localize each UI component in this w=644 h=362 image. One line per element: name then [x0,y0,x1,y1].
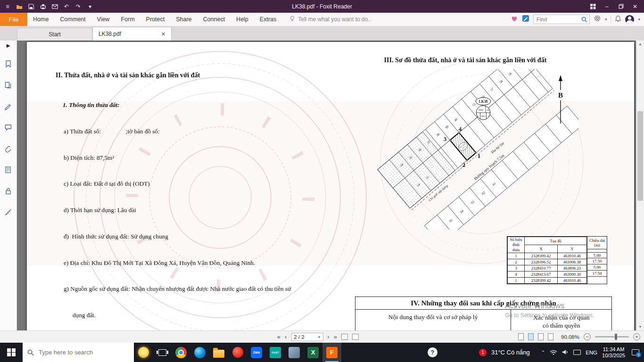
taskbar-app-misa[interactable] [285,343,304,362]
taskbar-app-file-explorer[interactable] [209,343,228,362]
tab-start[interactable]: Start [17,28,92,41]
find-box[interactable] [533,15,590,24]
weather-status[interactable]: 31°C Có nắng [491,349,530,356]
previous-page-button[interactable]: ‹ [285,333,287,340]
facing-view-icon[interactable] [538,333,544,340]
zoom-out-button[interactable]: − [584,333,591,340]
zoom-slider-thumb[interactable] [615,334,617,340]
doc-line: d) Thời hạn sử dụng: Lâu dài [56,206,343,215]
typewriter-tool-icon[interactable] [522,15,529,24]
taskbar-app-excel[interactable]: X [304,343,322,362]
app-menu-icon[interactable]: ≡ [4,3,11,10]
mail-icon[interactable] [51,3,58,10]
vertical-scrollbar[interactable]: ▲ ▼ [636,41,644,330]
close-tab-icon[interactable]: ✕ [161,31,165,37]
zoom-level[interactable]: 90.08% [558,334,579,340]
tab-comment[interactable]: Comment [54,13,91,26]
close-icon[interactable]: ✕ [628,1,642,12]
weather-widget-button[interactable] [134,343,153,362]
taskbar-app-red-browser[interactable] [228,343,247,362]
section-ii-heading: II. Thửa đất, nhà ở và tài sản khác gắn … [56,71,343,80]
taskbar-app-foxit[interactable]: F [322,343,341,362]
comments-icon[interactable] [4,123,13,132]
single-page-view-icon[interactable] [518,333,524,340]
show-hidden-icons-button[interactable]: ⌃ [541,350,545,355]
tab-file[interactable]: File [0,13,27,26]
clock[interactable]: 11:34 AM 10/3/2025 [602,346,625,359]
help-icon[interactable]: ? [428,347,438,357]
open-folder-icon[interactable] [16,3,23,10]
tell-me-box[interactable]: Tell me what you want to do.. [289,13,371,26]
tab-help[interactable]: Help [231,13,254,26]
clipboard-icon[interactable] [352,334,359,340]
find-input[interactable] [536,16,580,23]
measure-icon[interactable] [4,208,13,216]
tab-home[interactable]: Home [27,13,54,26]
print-icon[interactable] [39,3,47,10]
tab-share[interactable]: Share [170,13,197,26]
redo-icon[interactable]: ↷ [74,3,82,10]
restore-icon[interactable] [614,1,628,12]
customize-quick-access-caret-icon[interactable]: ▾ [86,3,94,10]
network-icon[interactable] [550,348,557,357]
scroll-down-icon[interactable]: ▼ [636,323,644,330]
taskbar-search-input[interactable] [38,348,118,356]
doc-line: g) Nguồn gốc sử dụng đất: Nhận chuyển nh… [56,285,343,294]
zoom-slider[interactable] [595,336,629,337]
document-canvas[interactable]: II. Thửa đất, nhà ở và tài sản khác gắn … [17,41,636,330]
taskbar-app-browser[interactable] [190,343,209,362]
next-page-button[interactable]: › [327,333,329,340]
fast-icon: FAST [270,347,281,358]
attachments-icon[interactable] [4,144,13,153]
last-page-button[interactable]: » [334,333,337,340]
settings-caret-icon[interactable]: ▾ [605,17,607,22]
account-caret-icon[interactable]: ▾ [638,17,640,22]
notes-icon[interactable] [4,165,13,174]
undo-icon[interactable]: ↶ [63,3,70,10]
excel-icon: X [307,347,319,358]
first-page-button[interactable]: « [277,333,281,340]
chrome-icon [175,347,187,358]
zoom-in-button[interactable]: + [633,333,640,340]
bell-icon[interactable] [615,15,621,24]
page-number-box[interactable]: 2 / 2 ▾ [291,333,323,341]
heart-icon[interactable] [511,15,518,24]
tab-view[interactable]: View [91,13,116,26]
taskbar-search[interactable] [23,343,134,362]
user-avatar[interactable] [625,15,634,24]
volume-icon[interactable] [562,348,569,357]
action-center-button[interactable]: 6 [630,348,641,357]
tab-protect[interactable]: Protect [140,13,171,26]
page-thumbnails-icon[interactable] [4,81,13,89]
expand-panel-icon[interactable]: ▶ [7,43,10,48]
start-button[interactable] [0,343,23,362]
page-caret-icon[interactable]: ▾ [318,335,321,339]
taskbar-app-zalo[interactable]: Zalo [247,343,266,362]
save-icon[interactable] [27,3,35,10]
minimize-icon[interactable]: – [600,1,614,12]
tab-form[interactable]: Form [115,13,140,26]
windows-taskbar: Zalo FAST X F ? 1 31°C Có nắng ⌃ ENG 11:… [0,343,644,362]
signature-icon[interactable] [4,102,13,110]
tab-connect[interactable]: Connect [198,13,231,26]
table-row: 12328399.42463910.46 [508,278,587,284]
taskbar-app-fast[interactable]: FAST [266,343,285,362]
tab-lk38-label: LK38.pdf [99,31,121,37]
notification-badge[interactable]: 1 [479,349,487,356]
vertex-1-label: 1 [478,152,481,159]
continuous-facing-view-icon[interactable] [548,333,553,340]
security-lock-icon[interactable] [4,187,13,195]
scroll-up-icon[interactable]: ▲ [636,41,644,48]
tab-extras[interactable]: Extras [254,13,282,26]
layout-grid-icon[interactable] [586,1,600,12]
scrollbar-thumb[interactable] [637,111,643,201]
bookmarks-icon[interactable] [4,59,13,68]
settings-gear-icon[interactable] [594,15,601,24]
touch-keyboard-icon[interactable] [573,350,581,355]
task-view-button[interactable] [153,343,172,362]
tab-lk38[interactable]: LK38.pdf ✕ [92,27,172,41]
taskbar-app-chrome[interactable] [172,343,190,362]
snapshot-icon[interactable] [341,334,348,340]
language-indicator[interactable]: ENG [586,350,597,355]
continuous-view-icon[interactable] [528,333,534,340]
